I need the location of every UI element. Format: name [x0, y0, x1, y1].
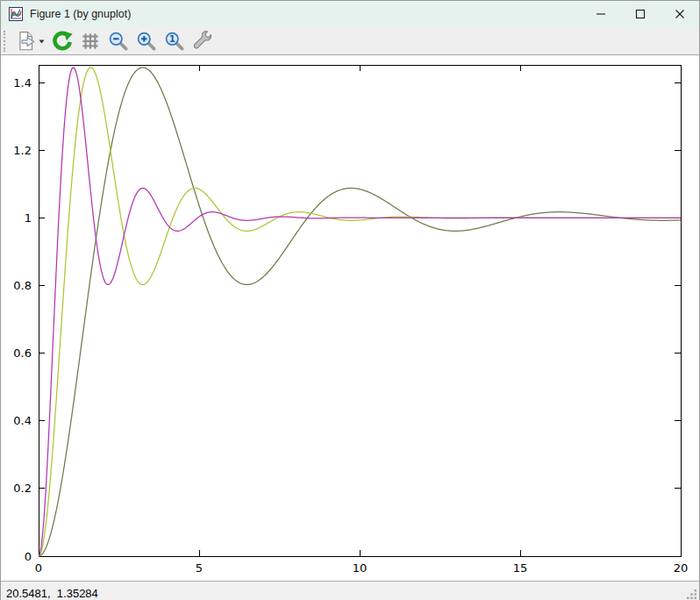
plot-svg: 0510152000.20.40.60.811.21.4 — [1, 55, 700, 577]
y-tick-label: 0.4 — [13, 414, 32, 427]
resize-grip-icon — [686, 589, 697, 600]
zoom-in-button[interactable] — [132, 29, 161, 54]
titlebar[interactable]: Figure 1 (by gnuplot) — [1, 1, 699, 27]
x-tick-label: 20 — [674, 561, 689, 575]
zoom-out-button[interactable] — [104, 29, 132, 54]
svg-text:1: 1 — [169, 33, 175, 44]
close-icon — [675, 9, 685, 19]
close-button[interactable] — [660, 1, 699, 27]
curve-omega-2 — [39, 68, 681, 556]
window-title: Figure 1 (by gnuplot) — [30, 8, 131, 20]
maximize-button[interactable] — [620, 1, 660, 27]
window-controls — [581, 1, 699, 27]
maximize-icon — [635, 9, 646, 19]
replot-refresh-icon — [51, 30, 74, 53]
magnifier-one-icon: 1 — [163, 30, 186, 53]
cursor-coordinates: 20.5481, 1.35284 — [6, 587, 98, 600]
magnifier-minus-icon — [107, 30, 130, 53]
curve-omega-3 — [39, 68, 681, 556]
export-button[interactable] — [12, 29, 48, 54]
statusbar: 20.5481, 1.35284 — [1, 581, 699, 600]
grid-button[interactable] — [76, 29, 104, 54]
y-tick-label: 1.2 — [13, 144, 32, 157]
gnuplot-figure-window: Figure 1 (by gnuplot) — [0, 0, 700, 600]
dropdown-caret-icon — [38, 30, 46, 53]
toolbar: 1 — [1, 27, 699, 55]
magnifier-plus-icon — [135, 30, 158, 53]
export-document-arrow-icon — [15, 30, 38, 53]
grid-icon — [79, 30, 102, 53]
x-tick-label: 0 — [35, 561, 42, 575]
toolbar-gripper[interactable] — [4, 31, 8, 52]
zoom-reset-button[interactable]: 1 — [161, 29, 189, 54]
configure-button[interactable] — [189, 29, 217, 54]
y-tick-label: 1 — [25, 211, 32, 225]
y-tick-label: 0.2 — [13, 482, 32, 495]
wrench-icon — [191, 30, 214, 53]
resize-grip[interactable] — [686, 589, 697, 600]
y-tick-label: 0 — [25, 550, 32, 563]
replot-button[interactable] — [48, 29, 76, 54]
y-tick-label: 0.8 — [13, 279, 32, 292]
y-tick-label: 0.6 — [13, 346, 32, 360]
x-tick-label: 15 — [513, 561, 528, 575]
minimize-button[interactable] — [581, 1, 620, 27]
plot-border — [39, 65, 681, 556]
plot-canvas[interactable]: 0510152000.20.40.60.811.21.4 — [1, 55, 699, 581]
x-tick-label: 5 — [196, 561, 203, 575]
y-tick-label: 1.4 — [13, 76, 32, 89]
gnuplot-app-icon — [9, 7, 23, 21]
curve-omega-1 — [39, 68, 681, 556]
minimize-icon — [596, 9, 606, 19]
x-tick-label: 10 — [353, 561, 368, 575]
